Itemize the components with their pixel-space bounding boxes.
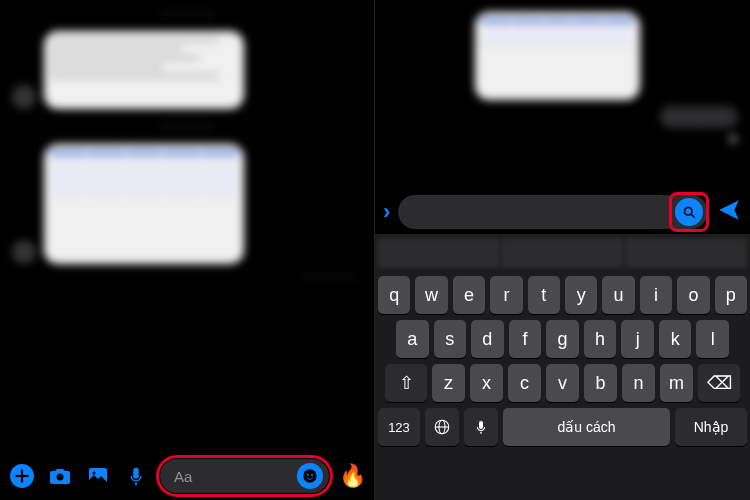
keyboard: qwertyuiop asdfghjkl ⇧ zxcvbnm ⌫ 123 dấu… — [375, 234, 750, 500]
key-d[interactable]: d — [471, 320, 504, 358]
key-l[interactable]: l — [696, 320, 729, 358]
message-timestamp: ··················· — [0, 121, 374, 132]
key-n[interactable]: n — [622, 364, 655, 402]
svg-point-3 — [57, 474, 64, 481]
enter-key[interactable]: Nhập — [675, 408, 747, 446]
search-bar: › — [375, 190, 750, 234]
expand-button[interactable]: › — [383, 199, 390, 225]
key-w[interactable]: w — [415, 276, 447, 314]
input-placeholder: Aa — [174, 468, 297, 485]
microphone-icon — [473, 419, 489, 435]
key-x[interactable]: x — [470, 364, 503, 402]
photo-button[interactable] — [84, 462, 112, 490]
key-p[interactable]: p — [715, 276, 747, 314]
key-g[interactable]: g — [546, 320, 579, 358]
suggestion-item[interactable] — [625, 238, 747, 268]
key-m[interactable]: m — [660, 364, 693, 402]
key-y[interactable]: y — [565, 276, 597, 314]
key-e[interactable]: e — [453, 276, 485, 314]
numbers-key[interactable]: 123 — [378, 408, 420, 446]
message-input[interactable]: Aa — [160, 459, 329, 493]
tutorial-highlight — [669, 192, 709, 232]
key-u[interactable]: u — [602, 276, 634, 314]
svg-point-7 — [303, 469, 316, 482]
key-t[interactable]: t — [528, 276, 560, 314]
keyboard-row: 123 dấu cách Nhập — [378, 408, 747, 446]
photo-icon — [86, 464, 110, 488]
key-a[interactable]: a — [396, 320, 429, 358]
camera-button[interactable] — [46, 462, 74, 490]
key-s[interactable]: s — [434, 320, 467, 358]
svg-point-9 — [311, 474, 313, 476]
camera-icon — [48, 464, 72, 488]
svg-point-5 — [93, 472, 96, 475]
chat-panel-left: ··················· ··················· — [0, 0, 375, 500]
read-receipt-avatar — [728, 134, 738, 144]
svg-point-8 — [307, 474, 309, 476]
message-row — [0, 27, 374, 113]
reaction-button[interactable]: 🔥 — [339, 463, 366, 489]
add-button[interactable] — [8, 462, 36, 490]
key-k[interactable]: k — [659, 320, 692, 358]
suggestion-item[interactable] — [378, 238, 500, 268]
reply-row: ··· ··· ····· ··· ····· — [375, 100, 750, 134]
emoji-icon — [302, 468, 318, 484]
globe-key[interactable] — [425, 408, 459, 446]
key-h[interactable]: h — [584, 320, 617, 358]
chat-scroll-area[interactable]: ··· ··· ····· ··· ····· — [375, 0, 750, 185]
plus-icon — [9, 463, 35, 489]
message-timestamp: ··················· — [0, 8, 374, 19]
key-j[interactable]: j — [621, 320, 654, 358]
dictation-key[interactable] — [464, 408, 498, 446]
search-button[interactable] — [675, 198, 703, 226]
suggestion-item[interactable] — [501, 238, 623, 268]
key-q[interactable]: q — [378, 276, 410, 314]
message-bubble[interactable] — [475, 12, 640, 100]
search-input[interactable] — [398, 195, 708, 229]
chat-panel-right: ··· ··· ····· ··· ····· › qwertyuiop asd… — [375, 0, 750, 500]
key-z[interactable]: z — [432, 364, 465, 402]
message-bubble[interactable] — [44, 144, 244, 264]
keyboard-row: ⇧ zxcvbnm ⌫ — [378, 364, 747, 402]
emoji-button[interactable] — [297, 463, 323, 489]
globe-icon — [433, 418, 451, 436]
keyboard-row: qwertyuiop — [378, 276, 747, 314]
key-f[interactable]: f — [509, 320, 542, 358]
send-button[interactable] — [716, 197, 742, 227]
key-i[interactable]: i — [640, 276, 672, 314]
shift-key[interactable]: ⇧ — [385, 364, 427, 402]
svg-rect-15 — [479, 421, 483, 429]
keyboard-row: asdfghjkl — [378, 320, 747, 358]
composer-bar: Aa 🔥 — [0, 452, 374, 500]
key-o[interactable]: o — [677, 276, 709, 314]
backspace-key[interactable]: ⌫ — [698, 364, 740, 402]
space-key[interactable]: dấu cách — [503, 408, 670, 446]
svg-rect-6 — [133, 468, 139, 479]
message-bubble[interactable] — [44, 31, 244, 109]
avatar[interactable] — [12, 85, 36, 109]
reply-status: ··· ··· ····· ··· ····· — [0, 268, 374, 286]
reply-bubble[interactable]: ··· ··· ····· ··· ····· — [660, 106, 738, 128]
keyboard-suggestions — [378, 238, 747, 268]
key-v[interactable]: v — [546, 364, 579, 402]
key-r[interactable]: r — [490, 276, 522, 314]
avatar[interactable] — [12, 240, 36, 264]
message-row — [0, 140, 374, 268]
chat-scroll-area[interactable]: ··················· ··················· — [0, 0, 374, 452]
key-c[interactable]: c — [508, 364, 541, 402]
voice-button[interactable] — [122, 462, 150, 490]
microphone-icon — [125, 465, 147, 487]
send-icon — [716, 197, 742, 223]
svg-rect-2 — [16, 475, 29, 477]
key-b[interactable]: b — [584, 364, 617, 402]
